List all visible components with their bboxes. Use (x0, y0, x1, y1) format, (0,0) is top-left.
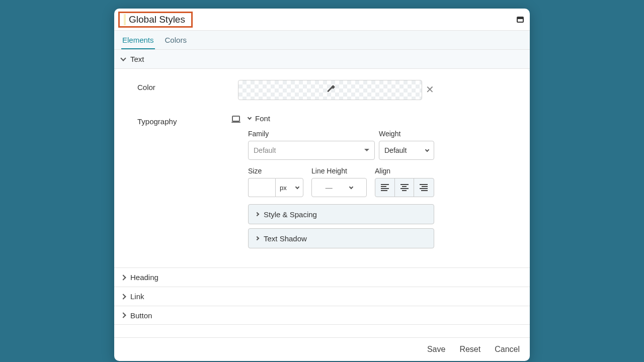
label-family: Family (248, 130, 375, 138)
align-left-button[interactable] (375, 178, 394, 197)
chevron-down-icon (295, 185, 299, 189)
align-right-button[interactable] (414, 178, 433, 197)
label-weight: Weight (379, 130, 434, 138)
panel-text-shadow[interactable]: Text Shadow (248, 228, 434, 248)
section-button-header[interactable]: Button (114, 306, 530, 325)
align-center-button[interactable] (394, 178, 414, 197)
tab-colors[interactable]: Colors (164, 31, 188, 49)
size-number-input[interactable] (248, 178, 275, 197)
label-size: Size (248, 167, 307, 175)
dropdown-caret-icon (364, 149, 369, 154)
device-icon[interactable] (232, 116, 240, 122)
chevron-right-icon (120, 312, 126, 318)
row-color: Color ✕ (121, 80, 523, 100)
section-button-label: Button (130, 311, 152, 320)
fields-family-weight: Family Default Weight Default (248, 130, 434, 160)
chevron-right-icon (120, 275, 126, 280)
section-link-header[interactable]: Link (114, 287, 530, 306)
select-line-height[interactable]: — (311, 178, 367, 197)
tab-elements[interactable]: Elements (121, 31, 155, 49)
clear-color-button[interactable]: ✕ (424, 84, 435, 96)
section-heading-label: Heading (130, 273, 158, 282)
select-family[interactable]: Default (248, 141, 375, 160)
tab-bar: Elements Colors (114, 31, 530, 50)
section-text-content: Color ✕ Typography Font (114, 69, 530, 267)
size-unit-select[interactable]: px (275, 178, 303, 197)
value-family: Default (254, 146, 276, 154)
reset-button[interactable]: Reset (459, 345, 480, 354)
row-typography: Typography Font Family (121, 114, 523, 252)
label-style-spacing: Style & Spacing (264, 210, 317, 219)
chevron-right-icon (120, 294, 126, 299)
chevron-down-icon (120, 55, 126, 61)
panel-style-spacing[interactable]: Style & Spacing (248, 204, 434, 224)
window-mode-icon[interactable] (517, 17, 524, 23)
window-title: Global Styles (129, 14, 185, 25)
fields-size-lh-align: Size px Line Height (248, 167, 434, 197)
value-line-height: — (326, 184, 333, 192)
section-link-label: Link (130, 292, 144, 301)
chevron-down-icon (425, 147, 429, 151)
align-group (375, 178, 434, 197)
select-weight[interactable]: Default (379, 141, 434, 160)
chevron-down-icon (248, 116, 252, 120)
label-typography: Typography (121, 114, 248, 126)
title-marker (124, 14, 126, 25)
section-heading-header[interactable]: Heading (114, 267, 530, 287)
value-weight: Default (384, 146, 407, 154)
title-highlight: Global Styles (118, 12, 193, 28)
chevron-right-icon (255, 212, 259, 216)
panel-body: Text Color ✕ Typography (114, 50, 530, 337)
window-header: Global Styles (114, 9, 530, 31)
cancel-button[interactable]: Cancel (495, 345, 520, 354)
section-text-label: Text (130, 55, 144, 63)
save-button[interactable]: Save (427, 345, 445, 354)
global-styles-window: Global Styles Elements Colors Text Color… (114, 9, 530, 361)
chevron-right-icon (255, 236, 259, 240)
label-font: Font (255, 114, 270, 123)
section-text-header[interactable]: Text (114, 50, 530, 69)
color-picker[interactable] (238, 80, 422, 100)
value-size-unit: px (280, 184, 287, 192)
chevron-down-icon (349, 185, 353, 189)
font-subheader[interactable]: Font (248, 114, 434, 123)
eyedropper-icon (326, 85, 335, 95)
label-align: Align (375, 167, 434, 175)
label-line-height: Line Height (311, 167, 371, 175)
label-color: Color (121, 80, 248, 92)
dialog-footer: Save Reset Cancel (114, 337, 530, 361)
label-text-shadow: Text Shadow (264, 234, 307, 243)
input-size[interactable]: px (248, 178, 307, 197)
